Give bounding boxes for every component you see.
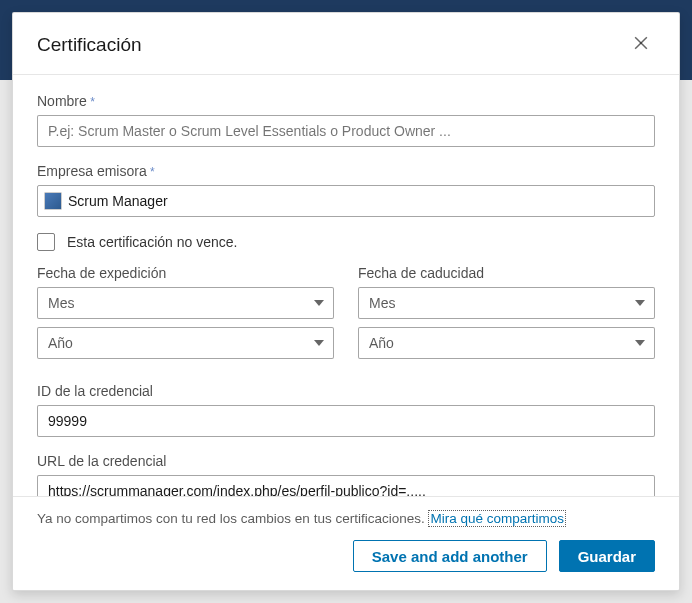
expiry-date-label: Fecha de caducidad <box>358 265 655 281</box>
expiry-year-select[interactable]: Año <box>358 327 655 359</box>
certification-modal: Certificación Nombre Empresa emisora <box>12 12 680 591</box>
expiry-month-select[interactable]: Mes <box>358 287 655 319</box>
credential-id-label: ID de la credencial <box>37 383 655 399</box>
close-icon <box>631 33 651 56</box>
modal-title: Certificación <box>37 34 142 56</box>
issuer-input[interactable] <box>68 193 648 209</box>
name-input[interactable] <box>37 115 655 147</box>
close-button[interactable] <box>627 29 655 60</box>
issue-year-select[interactable]: Año <box>37 327 334 359</box>
modal-footer: Save and add another Guardar <box>13 526 679 590</box>
info-text: Ya no compartimos con tu red los cambios… <box>37 511 428 526</box>
company-logo-icon <box>44 192 62 210</box>
name-label: Nombre <box>37 93 655 109</box>
modal-header: Certificación <box>13 13 679 75</box>
issuer-label: Empresa emisora <box>37 163 655 179</box>
info-link[interactable]: Mira qué compartimos <box>428 510 566 527</box>
credential-id-input[interactable] <box>37 405 655 437</box>
issue-month-select[interactable]: Mes <box>37 287 334 319</box>
no-expiry-checkbox[interactable] <box>37 233 55 251</box>
credential-url-label: URL de la credencial <box>37 453 655 469</box>
no-expiry-label: Esta certificación no vence. <box>67 234 237 250</box>
save-button[interactable]: Guardar <box>559 540 655 572</box>
issue-date-label: Fecha de expedición <box>37 265 334 281</box>
save-add-another-button[interactable]: Save and add another <box>353 540 547 572</box>
credential-url-input[interactable] <box>37 475 655 496</box>
info-row: Ya no compartimos con tu red los cambios… <box>13 496 679 526</box>
modal-body: Nombre Empresa emisora Esta certificació… <box>13 75 679 496</box>
